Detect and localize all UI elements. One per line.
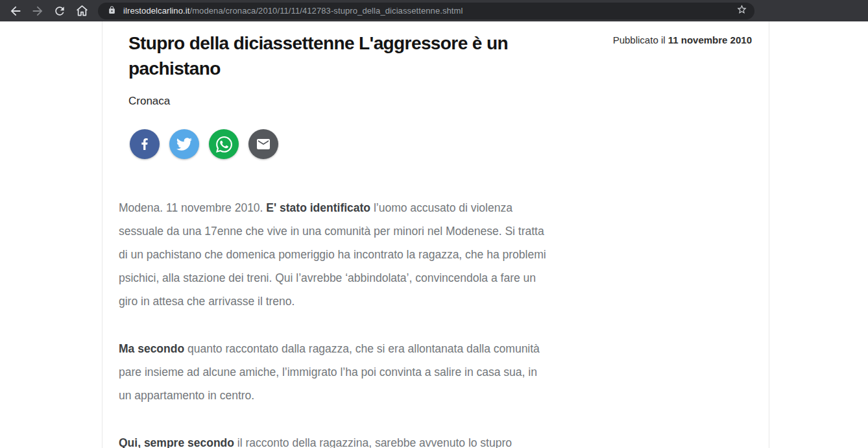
url-domain: ilrestodelcarlino.it xyxy=(123,6,189,16)
article-header: Stupro della diciassettenne L'aggressore… xyxy=(128,31,752,81)
twitter-share-button[interactable] xyxy=(169,129,199,159)
back-button[interactable] xyxy=(6,1,25,21)
home-button[interactable] xyxy=(73,1,91,21)
twitter-icon xyxy=(176,136,192,152)
publish-date: Pubblicato il 11 novembre 2010 xyxy=(613,34,752,45)
email-share-button[interactable] xyxy=(248,129,278,159)
facebook-icon xyxy=(137,136,152,152)
article-column: Stupro della diciassettenne L'aggressore… xyxy=(102,21,769,448)
article-title: Stupro della diciassettenne L'aggressore… xyxy=(128,31,521,81)
facebook-share-button[interactable] xyxy=(130,129,160,159)
paragraph-bold-text: E' stato identificato xyxy=(266,201,370,214)
url-path: /modena/cronaca/2010/11/11/412783-stupro… xyxy=(189,6,463,16)
bookmark-star-icon[interactable] xyxy=(736,4,747,18)
back-arrow-icon xyxy=(8,4,23,18)
publish-date-label: Pubblicato il xyxy=(613,34,668,45)
paragraph-text: Modena. 11 novembre 2010. xyxy=(119,201,266,214)
url-text: ilrestodelcarlino.it/modena/cronaca/2010… xyxy=(123,6,736,16)
whatsapp-share-button[interactable] xyxy=(209,129,239,159)
email-envelope-icon xyxy=(256,136,271,152)
article-category: Cronaca xyxy=(128,95,752,108)
paragraph-text: il racconto della ragazzina, sarebbe avv… xyxy=(234,436,512,448)
article-paragraph: Modena. 11 novembre 2010. E' stato ident… xyxy=(119,196,548,313)
paragraph-bold-text: Qui, sempre secondo xyxy=(119,436,234,448)
article-body: Modena. 11 novembre 2010. E' stato ident… xyxy=(119,196,548,448)
forward-arrow-icon xyxy=(30,4,45,18)
refresh-icon xyxy=(53,5,66,18)
refresh-button[interactable] xyxy=(51,1,69,21)
lock-icon xyxy=(108,5,116,17)
article-paragraph: Ma secondo quanto raccontato dalla ragaz… xyxy=(119,337,548,407)
page-viewport: Stupro della diciassettenne L'aggressore… xyxy=(0,21,868,448)
home-icon xyxy=(75,4,89,18)
paragraph-bold-text: Ma secondo xyxy=(119,342,184,355)
address-bar[interactable]: ilrestodelcarlino.it/modena/cronaca/2010… xyxy=(98,3,754,19)
whatsapp-icon xyxy=(216,136,232,153)
publish-date-value: 11 novembre 2010 xyxy=(668,34,752,45)
article-paragraph: Qui, sempre secondo il racconto della ra… xyxy=(119,431,548,448)
paragraph-text: l’uomo accusato di violenza sessuale da … xyxy=(119,201,546,308)
share-buttons-row xyxy=(130,129,752,159)
forward-button[interactable] xyxy=(29,1,47,21)
browser-toolbar: ilrestodelcarlino.it/modena/cronaca/2010… xyxy=(0,0,868,21)
